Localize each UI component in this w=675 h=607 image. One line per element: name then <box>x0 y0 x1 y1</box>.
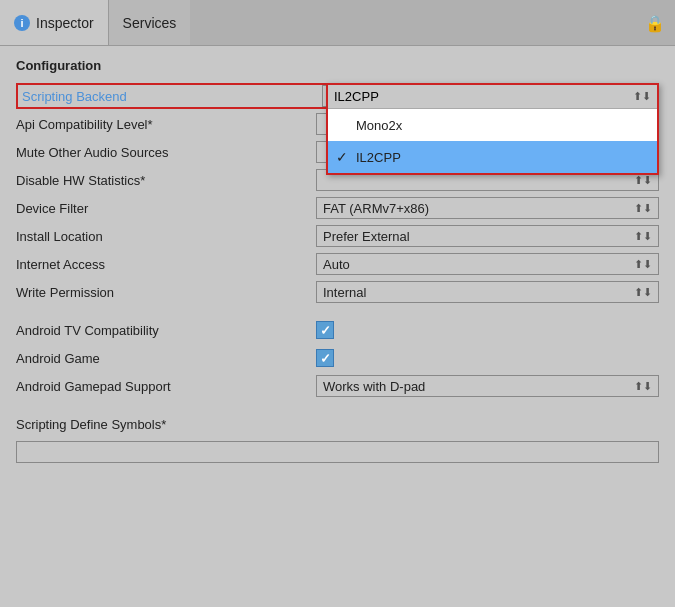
disable-hw-arrow: ⬆⬇ <box>634 174 652 187</box>
mono2x-label: Mono2x <box>356 118 402 133</box>
install-location-dropdown[interactable]: Prefer External ⬆⬇ <box>316 225 659 247</box>
install-location-label: Install Location <box>16 229 316 244</box>
install-location-arrow: ⬆⬇ <box>634 230 652 243</box>
device-filter-control: FAT (ARMv7+x86) ⬆⬇ <box>316 197 659 219</box>
scripting-define-label: Scripting Define Symbols* <box>16 417 316 432</box>
tab-bar: i Inspector Services 🔒 <box>0 0 675 46</box>
scripting-define-row: Scripting Define Symbols* <box>16 411 659 437</box>
il2cpp-check: ✓ <box>336 149 356 165</box>
install-location-value: Prefer External <box>323 229 410 244</box>
android-tv-checkbox[interactable]: ✓ <box>316 321 334 339</box>
main-window: i Inspector Services 🔒 Configuration Scr… <box>0 0 675 607</box>
internet-access-value: Auto <box>323 257 350 272</box>
device-filter-arrow: ⬆⬇ <box>634 202 652 215</box>
device-filter-dropdown[interactable]: FAT (ARMv7+x86) ⬆⬇ <box>316 197 659 219</box>
android-gamepad-value: Works with D-pad <box>323 379 425 394</box>
write-permission-label: Write Permission <box>16 285 316 300</box>
api-compatibility-label: Api Compatibility Level* <box>16 117 316 132</box>
device-filter-value: FAT (ARMv7+x86) <box>323 201 429 216</box>
write-permission-row: Write Permission Internal ⬆⬇ <box>16 279 659 305</box>
mute-audio-label: Mute Other Audio Sources <box>16 145 316 160</box>
install-location-control: Prefer External ⬆⬇ <box>316 225 659 247</box>
android-tv-control: ✓ <box>316 321 659 339</box>
inspector-content: Configuration Scripting Backend IL2CPP ⬆… <box>0 46 675 607</box>
android-gamepad-dropdown[interactable]: Works with D-pad ⬆⬇ <box>316 375 659 397</box>
inspector-icon: i <box>14 15 30 31</box>
option-mono2x[interactable]: Mono2x <box>328 109 657 141</box>
device-filter-row: Device Filter FAT (ARMv7+x86) ⬆⬇ <box>16 195 659 221</box>
popup-header-value: IL2CPP <box>334 89 379 104</box>
android-tv-label: Android TV Compatibility <box>16 323 316 338</box>
android-game-row: Android Game ✓ <box>16 345 659 371</box>
install-location-row: Install Location Prefer External ⬆⬇ <box>16 223 659 249</box>
tab-inspector[interactable]: i Inspector <box>0 0 109 45</box>
internet-access-label: Internet Access <box>16 257 316 272</box>
option-il2cpp[interactable]: ✓ IL2CPP <box>328 141 657 173</box>
android-gamepad-label: Android Gamepad Support <box>16 379 316 394</box>
section-title: Configuration <box>16 58 659 73</box>
tab-services[interactable]: Services <box>109 0 191 45</box>
android-game-checkbox[interactable]: ✓ <box>316 349 334 367</box>
scripting-define-input[interactable] <box>16 441 659 463</box>
internet-access-dropdown[interactable]: Auto ⬆⬇ <box>316 253 659 275</box>
android-tv-row: Android TV Compatibility ✓ <box>16 317 659 343</box>
write-permission-value: Internal <box>323 285 366 300</box>
android-game-label: Android Game <box>16 351 316 366</box>
disable-hw-label: Disable HW Statistics* <box>16 173 316 188</box>
lock-icon: 🔒 <box>645 13 665 32</box>
android-gamepad-control: Works with D-pad ⬆⬇ <box>316 375 659 397</box>
android-gamepad-row: Android Gamepad Support Works with D-pad… <box>16 373 659 399</box>
write-permission-arrow: ⬆⬇ <box>634 286 652 299</box>
device-filter-label: Device Filter <box>16 201 316 216</box>
android-gamepad-arrow: ⬆⬇ <box>634 380 652 393</box>
inspector-tab-label: Inspector <box>36 15 94 31</box>
internet-access-arrow: ⬆⬇ <box>634 258 652 271</box>
write-permission-dropdown[interactable]: Internal ⬆⬇ <box>316 281 659 303</box>
scripting-backend-label: Scripting Backend <box>22 89 322 104</box>
scripting-define-input-row <box>16 439 659 465</box>
popup-header-arrow: ⬆⬇ <box>633 90 651 103</box>
il2cpp-label: IL2CPP <box>356 150 401 165</box>
internet-access-row: Internet Access Auto ⬆⬇ <box>16 251 659 277</box>
services-tab-label: Services <box>123 15 177 31</box>
android-game-control: ✓ <box>316 349 659 367</box>
internet-access-control: Auto ⬆⬇ <box>316 253 659 275</box>
write-permission-control: Internal ⬆⬇ <box>316 281 659 303</box>
